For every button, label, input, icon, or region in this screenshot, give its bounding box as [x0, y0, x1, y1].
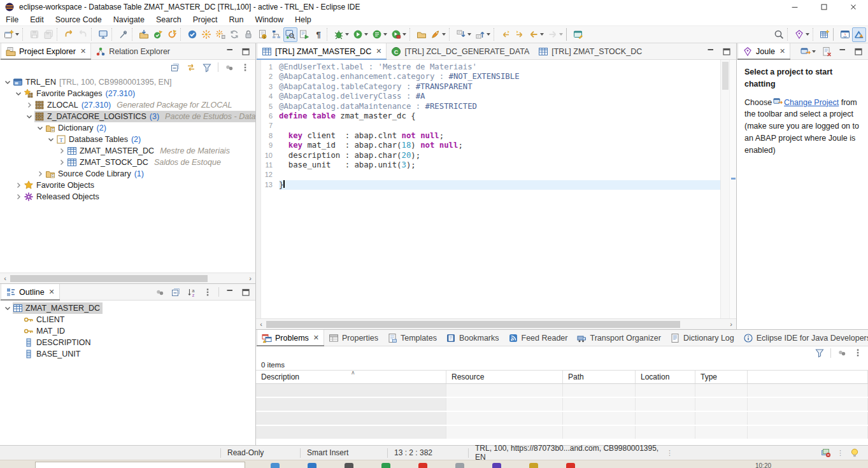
tab-templates[interactable]: Templates: [383, 330, 441, 346]
bulb-button[interactable]: [848, 446, 862, 460]
scroll-thumb[interactable]: [10, 275, 208, 282]
undo-button[interactable]: [62, 27, 76, 42]
column-header-description[interactable]: ∧Description: [256, 371, 446, 383]
dropdown-caret-icon[interactable]: [15, 33, 19, 36]
tree-item-z-datacore-logistics[interactable]: Z_DATACORE_LOGISTICS(3)Pacote de Estudos…: [0, 111, 255, 122]
dropdown-caret-icon[interactable]: [467, 33, 471, 36]
check-button[interactable]: [185, 27, 199, 42]
activate-all-button[interactable]: [165, 27, 179, 42]
tree-item-zmat-stock-dc[interactable]: ZMAT_STOCK_DCSaldos de Estoque: [0, 157, 255, 168]
menu-window[interactable]: Window: [249, 14, 288, 25]
tab-joule[interactable]: Joule✕: [737, 43, 790, 59]
dropdown-caret-icon[interactable]: [806, 33, 809, 36]
view-dots-button[interactable]: [222, 60, 236, 74]
tab-properties[interactable]: Properties: [324, 330, 383, 346]
code-line-9[interactable]: 9 key mat_id : abap.char(18) not null;: [261, 141, 720, 150]
chevron-closed-icon[interactable]: [57, 157, 67, 167]
new-table-button[interactable]: [818, 27, 832, 42]
tab-close-icon[interactable]: ✕: [312, 334, 319, 342]
menu-project[interactable]: Project: [187, 14, 224, 25]
dropdown-caret-icon[interactable]: [540, 33, 544, 36]
redo-button[interactable]: [76, 27, 90, 42]
activate-button[interactable]: [151, 27, 165, 42]
tree-item-base-unit[interactable]: BASE_UNIT: [0, 348, 255, 360]
chevron-closed-icon[interactable]: [24, 100, 34, 110]
column-header-type[interactable]: Type: [695, 371, 748, 383]
max-view-button[interactable]: [720, 44, 734, 59]
open-resource-button[interactable]: [415, 27, 429, 42]
tree-item-favorite-objects[interactable]: Favorite Objects: [0, 180, 255, 191]
tree-item-dictionary[interactable]: GDictionary(2): [0, 122, 255, 134]
chevron-closed-icon[interactable]: [13, 180, 24, 190]
scroll-thumb[interactable]: [722, 62, 729, 90]
min-view-button[interactable]: [836, 44, 850, 59]
external-tools-button[interactable]: [429, 27, 448, 42]
scroll-right-icon[interactable]: ›: [245, 274, 255, 282]
chevron-open-icon[interactable]: [35, 123, 45, 133]
menu-help[interactable]: Help: [289, 14, 317, 25]
refresh-objects-button[interactable]: [227, 27, 241, 42]
dropdown-caret-icon[interactable]: [364, 33, 368, 36]
kebab-button[interactable]: [238, 60, 252, 74]
code-line-13[interactable]: 13}: [261, 180, 720, 190]
next-annotation-button[interactable]: [454, 27, 473, 42]
scroll-thumb[interactable]: [266, 321, 680, 328]
tab-eclipse-ide-for-java-developers-2-[interactable]: Eclipse IDE for Java Developers 2...: [739, 330, 868, 346]
taskbar-app-icon[interactable]: [308, 463, 317, 468]
kebab-button[interactable]: [851, 346, 865, 360]
joule-gem-button[interactable]: [792, 27, 811, 42]
scroll-right-icon[interactable]: ›: [726, 320, 736, 328]
progress-stack-button[interactable]: [819, 446, 833, 460]
lock-button[interactable]: [241, 27, 255, 42]
type-hierarchy-button[interactable]: [269, 27, 283, 42]
run-history-button[interactable]: [370, 27, 389, 42]
code-line-1[interactable]: 1@EndUserText.label : 'Mestre de Materia…: [261, 62, 720, 72]
tree-item-client[interactable]: CLIENT: [0, 314, 255, 325]
dropdown-caret-icon[interactable]: [383, 33, 387, 36]
tree-item-zmat-master-dc[interactable]: ZMAT_MASTER_DCMestre de Materiais: [0, 145, 255, 157]
tab--trl-zmat-stock-dc[interactable]: [TRL] ZMAT_STOCK_DC: [534, 43, 646, 59]
dropdown-caret-icon[interactable]: [345, 33, 349, 36]
sap-gui-button[interactable]: [96, 27, 110, 42]
filter-button[interactable]: [813, 346, 827, 360]
menu-edit[interactable]: Edit: [24, 14, 50, 25]
last-edit-back-button[interactable]: [499, 27, 513, 42]
dropdown-caret-icon[interactable]: [559, 33, 563, 36]
search-button[interactable]: [772, 27, 786, 42]
run-object-button[interactable]: [297, 27, 311, 42]
code-line-12[interactable]: 12: [261, 170, 720, 180]
tab-feed-reader[interactable]: Feed Reader: [504, 330, 573, 346]
new-wizard-button[interactable]: [2, 27, 21, 42]
taskbar-app-icon[interactable]: [381, 463, 390, 468]
search-objects-button[interactable]: [283, 27, 297, 42]
code-line-11[interactable]: 11 base_unit : abap.unit(3);: [261, 160, 720, 170]
view-dots-button[interactable]: [153, 285, 167, 299]
previous-annotation-button[interactable]: [473, 27, 492, 42]
tree-item-zmat-master-dc[interactable]: ZMAT_MASTER_DC: [0, 302, 255, 314]
transport-doc-button[interactable]: $: [255, 27, 269, 42]
menu-run[interactable]: Run: [224, 14, 250, 25]
menu-source-code[interactable]: Source Code: [50, 14, 108, 25]
debug-button[interactable]: [332, 27, 351, 42]
window-minimize-button[interactable]: [780, 0, 809, 14]
menu-file[interactable]: File: [0, 14, 24, 25]
column-header-path[interactable]: Path: [563, 371, 636, 383]
taskbar-app-icon[interactable]: [345, 463, 353, 468]
tab-bookmarks[interactable]: Bookmarks: [441, 330, 504, 346]
tab-close-icon[interactable]: ✕: [778, 47, 785, 55]
change-project-button[interactable]: [799, 44, 818, 59]
code-line-3[interactable]: 3@AbapCatalog.tableCategory : #TRANSPARE…: [261, 82, 720, 92]
tree-item-database-tables[interactable]: TDatabase Tables(2): [0, 134, 255, 145]
max-view-button[interactable]: [239, 285, 253, 299]
tree-item-description[interactable]: DESCRIPTION: [0, 337, 255, 348]
taskbar-app-icon[interactable]: [418, 463, 427, 468]
chevron-open-icon[interactable]: [24, 111, 34, 122]
max-view-button[interactable]: [239, 44, 253, 59]
tree-item-favorite-packages[interactable]: Favorite Packages(27.310): [0, 88, 255, 99]
chevron-open-icon[interactable]: [46, 134, 56, 145]
back-button[interactable]: [527, 27, 546, 42]
tab-close-icon[interactable]: ✕: [79, 47, 86, 55]
tree-item-mat-id[interactable]: MAT_ID: [0, 325, 255, 337]
code-line-4[interactable]: 4@AbapCatalog.deliveryClass : #A: [261, 92, 720, 101]
filter-button[interactable]: [200, 60, 214, 74]
